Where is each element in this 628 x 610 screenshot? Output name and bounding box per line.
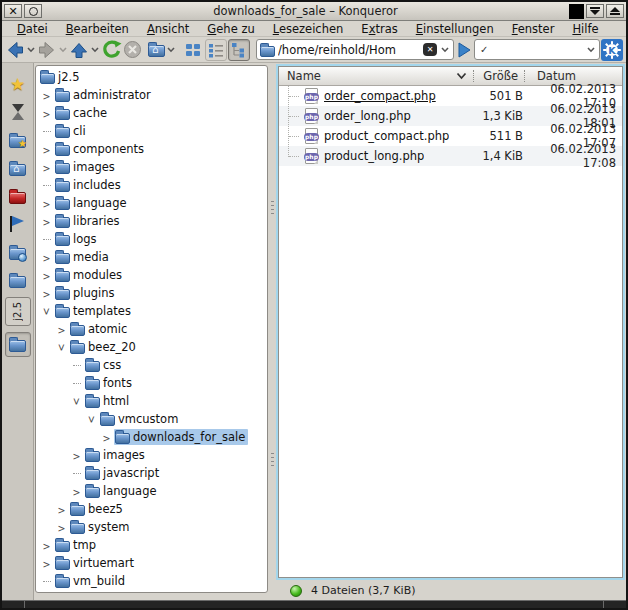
- tree-item-body[interactable]: templates: [54, 303, 134, 319]
- window-resize-bar[interactable]: [2, 600, 626, 608]
- tree-item-vm_build[interactable]: vm_build: [36, 572, 267, 590]
- tree-item-body[interactable]: images: [54, 159, 118, 175]
- close-icon[interactable]: ✕: [4, 4, 22, 18]
- tree-item-j2.5[interactable]: j2.5: [36, 68, 267, 86]
- expander-collapsed-icon[interactable]: >: [99, 432, 114, 443]
- sidebar-root-folder-button[interactable]: [6, 185, 30, 207]
- up-button[interactable]: [69, 39, 89, 61]
- tree-item-fonts[interactable]: fonts: [36, 374, 267, 392]
- tree-item-cli[interactable]: cli: [36, 122, 267, 140]
- expander-collapsed-icon[interactable]: >: [54, 324, 69, 335]
- tree-item-body[interactable]: components: [54, 141, 147, 157]
- tree-item-cache[interactable]: >cache: [36, 104, 267, 122]
- expander-expanded-icon[interactable]: >: [39, 306, 54, 317]
- expander-expanded-icon[interactable]: >: [84, 414, 99, 425]
- tree-item-body[interactable]: language: [84, 483, 160, 499]
- tree-item-body[interactable]: atomic: [69, 321, 130, 337]
- tree-item-includes[interactable]: includes: [36, 176, 267, 194]
- column-header-date[interactable]: Datum: [527, 69, 622, 83]
- sidebar-bookmarks-star-button[interactable]: ★: [6, 73, 30, 95]
- forward-button[interactable]: [37, 39, 57, 61]
- sidebar-home-folder-button[interactable]: ⌂: [6, 157, 30, 179]
- tree-item-body[interactable]: beez_20: [69, 339, 139, 355]
- tree-item-modules[interactable]: >modules: [36, 266, 267, 284]
- expander-expanded-icon[interactable]: >: [69, 396, 84, 407]
- tree-item-body[interactable]: includes: [54, 177, 124, 193]
- tree-item-body[interactable]: javascript: [84, 465, 162, 481]
- menu-item-extras[interactable]: Extras: [352, 22, 406, 36]
- tree-item-css[interactable]: css: [36, 356, 267, 374]
- tree-item-body[interactable]: images: [84, 447, 148, 463]
- tree-item-virtuemart[interactable]: >virtuemart: [36, 554, 267, 572]
- expander-collapsed-icon[interactable]: >: [39, 288, 54, 299]
- sidebar-network-folder-button[interactable]: [6, 241, 30, 263]
- tree-item-body[interactable]: tmp: [54, 537, 99, 553]
- sidebar-bookmarks-folder-button[interactable]: ★: [6, 129, 30, 151]
- expander-collapsed-icon[interactable]: >: [69, 450, 84, 461]
- tree-item-tmp[interactable]: >tmp: [36, 536, 267, 554]
- expander-collapsed-icon[interactable]: >: [39, 198, 54, 209]
- menu-item-fenster[interactable]: Fenster: [503, 22, 564, 36]
- forward-dropdown-icon[interactable]: [58, 39, 68, 61]
- home-dropdown-icon[interactable]: [166, 39, 176, 61]
- sidebar-services-flag-button[interactable]: [6, 213, 30, 235]
- file-name-cell[interactable]: product_compact.php: [279, 128, 481, 144]
- expander-collapsed-icon[interactable]: >: [54, 504, 69, 515]
- expander-collapsed-icon[interactable]: >: [39, 144, 54, 155]
- expander-collapsed-icon[interactable]: >: [69, 486, 84, 497]
- expander-collapsed-icon[interactable]: >: [54, 522, 69, 533]
- file-name-cell[interactable]: product_long.php: [279, 148, 481, 164]
- tree-item-body[interactable]: cache: [54, 105, 110, 121]
- expander-collapsed-icon[interactable]: >: [39, 162, 54, 173]
- up-dropdown-icon[interactable]: [90, 39, 100, 61]
- expander-expanded-icon[interactable]: >: [54, 342, 69, 353]
- tree-item-body[interactable]: html: [84, 393, 132, 409]
- file-name-cell[interactable]: order_compact.php: [279, 88, 481, 104]
- column-header-size[interactable]: Größe: [476, 69, 522, 83]
- tree-item-plugins[interactable]: >plugins: [36, 284, 267, 302]
- column-header-name[interactable]: Name: [279, 69, 471, 83]
- tree-item-body[interactable]: beez5: [69, 501, 126, 517]
- sticky-icon[interactable]: [24, 4, 42, 18]
- clear-location-icon[interactable]: ✕: [423, 43, 437, 56]
- tree-item-body[interactable]: j2.5: [39, 69, 82, 85]
- menu-item-einstellungen[interactable]: Einstellungen: [407, 22, 503, 36]
- location-bar[interactable]: /home/reinhold/Hom ✕: [256, 39, 454, 60]
- tree-item-body[interactable]: fonts: [84, 375, 135, 391]
- expander-collapsed-icon[interactable]: >: [39, 252, 54, 263]
- tree-item-components[interactable]: >components: [36, 140, 267, 158]
- stop-button[interactable]: [123, 39, 142, 61]
- tree-item-libraries[interactable]: >libraries: [36, 212, 267, 230]
- tree-item-logs[interactable]: logs: [36, 230, 267, 248]
- tree-item-body[interactable]: logs: [54, 231, 100, 247]
- titlebar[interactable]: ✕ downloads_for_sale – Konqueror: [2, 2, 626, 21]
- list-view-button[interactable]: [205, 39, 227, 61]
- filter-dropdown-icon[interactable]: [586, 46, 596, 54]
- menu-item-datei[interactable]: Datei: [8, 22, 57, 36]
- tree-item-body[interactable]: language: [54, 195, 130, 211]
- home-button[interactable]: ⌂: [148, 39, 165, 61]
- tree-item-images[interactable]: >images: [36, 158, 267, 176]
- tree-item-administrator[interactable]: >administrator: [36, 86, 267, 104]
- column-separator[interactable]: [524, 70, 525, 82]
- tree-item-body[interactable]: libraries: [54, 213, 122, 229]
- location-dropdown-icon[interactable]: [440, 46, 450, 54]
- menu-item-lesezeichen[interactable]: Lesezeichen: [264, 22, 353, 36]
- tree-item-system[interactable]: >system: [36, 518, 267, 536]
- expander-collapsed-icon[interactable]: >: [39, 90, 54, 101]
- tree-item-templates[interactable]: >templates: [36, 302, 267, 320]
- file-name-cell[interactable]: order_long.php: [279, 108, 481, 124]
- sidebar-tab-folder[interactable]: [5, 332, 31, 357]
- expander-collapsed-icon[interactable]: >: [39, 270, 54, 281]
- tree-view-button[interactable]: [228, 39, 250, 61]
- menu-item-gehe-zu[interactable]: Gehe zu: [198, 22, 263, 36]
- tree-item-body[interactable]: modules: [54, 267, 125, 283]
- sidebar-tree-folder-button[interactable]: [6, 269, 30, 291]
- expander-collapsed-icon[interactable]: >: [39, 216, 54, 227]
- menu-item-ansicht[interactable]: Ansicht: [138, 22, 198, 36]
- tree-item-body[interactable]: vm_build: [54, 573, 128, 589]
- shade-icon[interactable]: [586, 4, 604, 18]
- tree-item-body[interactable]: media: [54, 249, 112, 265]
- tree-item-body[interactable]: cli: [54, 123, 89, 139]
- tree-item-beez5[interactable]: >beez5: [36, 500, 267, 518]
